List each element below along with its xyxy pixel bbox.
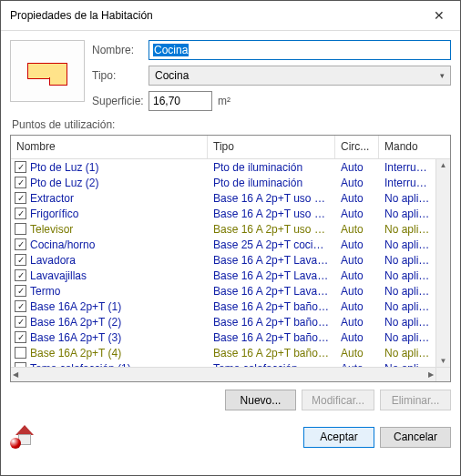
tipo-label: Tipo: — [92, 69, 149, 82]
row-circ: Auto — [335, 208, 379, 220]
table-row[interactable]: TelevisorBase 16 A 2p+T uso gen...AutoNo… — [11, 221, 435, 237]
name-label: Nombre: — [92, 44, 149, 56]
row-name: Base 16A 2p+T (4) — [30, 347, 121, 360]
app-icon — [10, 425, 37, 449]
col-nombre[interactable]: Nombre — [11, 136, 208, 158]
row-checkbox[interactable]: ✓ — [15, 192, 26, 204]
scroll-right-icon: ▶ — [426, 369, 435, 380]
row-circ: Auto — [335, 223, 379, 236]
horizontal-scrollbar[interactable]: ◀ ▶ — [11, 367, 435, 381]
row-checkbox[interactable]: ✓ — [15, 238, 26, 250]
row-checkbox[interactable]: ✓ — [15, 254, 26, 266]
close-button[interactable]: ✕ — [425, 6, 453, 25]
row-checkbox[interactable]: ✓ — [15, 208, 26, 219]
col-mando[interactable]: Mando — [379, 136, 450, 158]
table-row[interactable]: ✓LavadoraBase 16 A 2p+T Lavador...AutoNo… — [11, 252, 435, 268]
row-name: Lavadora — [30, 254, 76, 267]
vertical-scrollbar[interactable]: ▲ ▼ — [435, 159, 450, 367]
row-checkbox[interactable]: ✓ — [15, 177, 26, 188]
form-grid: Nombre: Cocina Tipo: Cocina ▾ Superficie… — [92, 40, 451, 111]
table-buttons: Nuevo... Modificar... Eliminar... — [10, 390, 451, 410]
row-circ: Auto — [335, 300, 379, 313]
scroll-left-icon: ◀ — [11, 369, 20, 380]
table-row[interactable]: ✓TermoBase 16 A 2p+T Lavador...AutoNo ap… — [11, 283, 435, 299]
row-checkbox[interactable]: ✓ — [15, 269, 26, 281]
modificar-button: Modificar... — [302, 390, 374, 410]
row-name: Extractor — [30, 192, 74, 205]
row-name: Base 16A 2p+T (2) — [30, 316, 121, 329]
row-mando: No aplicable — [379, 238, 435, 251]
row-mando: No aplicable — [379, 223, 435, 236]
row-mando: No aplicable — [379, 254, 435, 267]
col-tipo[interactable]: Tipo — [208, 136, 335, 158]
row-name: Base 16A 2p+T (1) — [30, 300, 121, 313]
row-circ: Auto — [335, 192, 379, 205]
aceptar-button[interactable]: Aceptar — [303, 427, 374, 448]
titlebar: Propiedades de la Habitación ✕ — [1, 1, 460, 31]
row-circ: Auto — [335, 161, 379, 174]
table-row[interactable]: Base 16A 2p+T (4)Base 16 A 2p+T baño / .… — [11, 345, 435, 360]
row-tipo: Base 16 A 2p+T baño / ... — [208, 347, 335, 360]
row-mando: No aplicable — [379, 208, 435, 220]
row-name: Cocina/horno — [30, 238, 95, 251]
tipo-select[interactable]: Cocina ▾ — [149, 66, 451, 86]
row-name: Base 16A 2p+T (3) — [30, 331, 121, 344]
row-name: Pto de Luz (2) — [30, 177, 98, 189]
chevron-down-icon: ▾ — [440, 71, 445, 80]
row-mando: Interruptor — [379, 177, 435, 189]
close-icon: ✕ — [434, 8, 445, 23]
table-row[interactable]: ✓ExtractorBase 16 A 2p+T uso gen...AutoN… — [11, 190, 435, 206]
name-input[interactable]: Cocina — [149, 40, 451, 60]
section-label: Puntos de utilización: — [12, 118, 451, 131]
table-row[interactable]: ✓FrigoríficoBase 16 A 2p+T uso gen...Aut… — [11, 206, 435, 221]
table-row[interactable]: Toma calefacción (1)Toma calefacciónAuto… — [11, 360, 435, 367]
row-checkbox[interactable]: ✓ — [15, 300, 26, 312]
row-tipo: Pto de iluminación — [208, 161, 335, 174]
row-checkbox[interactable]: ✓ — [15, 331, 26, 343]
row-checkbox[interactable]: ✓ — [15, 316, 26, 328]
tipo-value: Cocina — [155, 69, 189, 82]
table-row[interactable]: ✓LavavajillasBase 16 A 2p+T Lavador...Au… — [11, 268, 435, 283]
row-checkbox[interactable] — [15, 223, 26, 235]
table-row[interactable]: ✓Cocina/hornoBase 25 A 2p+T cocina /...A… — [11, 237, 435, 252]
nuevo-button[interactable]: Nuevo... — [225, 390, 296, 410]
scroll-down-icon: ▼ — [438, 355, 449, 367]
surface-input[interactable]: 16,70 — [149, 91, 212, 111]
row-mando: Interruptor — [379, 161, 435, 174]
row-checkbox[interactable]: ✓ — [15, 161, 26, 173]
row-circ: Auto — [335, 254, 379, 267]
table-row[interactable]: ✓Base 16A 2p+T (3)Base 16 A 2p+T baño / … — [11, 329, 435, 345]
table-row[interactable]: ✓Pto de Luz (1)Pto de iluminaciónAutoInt… — [11, 159, 435, 175]
footer: Aceptar Cancelar — [1, 416, 460, 458]
surface-value: 16,70 — [153, 95, 180, 107]
room-thumbnail — [10, 40, 85, 102]
cancelar-button[interactable]: Cancelar — [380, 427, 451, 448]
row-name: Televisor — [30, 223, 73, 236]
surface-label: Superficie: — [92, 95, 149, 107]
name-value: Cocina — [153, 44, 189, 56]
row-tipo: Base 16 A 2p+T uso gen... — [208, 208, 335, 220]
table-row[interactable]: ✓Base 16A 2p+T (1)Base 16 A 2p+T baño / … — [11, 299, 435, 314]
row-circ: Auto — [335, 331, 379, 344]
row-name: Pto de Luz (1) — [30, 161, 98, 174]
row-name: Lavavajillas — [30, 269, 87, 282]
scrollbar-corner — [435, 367, 450, 381]
row-tipo: Base 16 A 2p+T baño / ... — [208, 300, 335, 313]
row-tipo: Base 16 A 2p+T Lavador... — [208, 254, 335, 267]
row-tipo: Base 16 A 2p+T Lavador... — [208, 269, 335, 282]
row-checkbox[interactable] — [15, 347, 26, 359]
row-name: Termo — [30, 285, 60, 298]
row-tipo: Base 16 A 2p+T baño / ... — [208, 331, 335, 344]
row-circ: Auto — [335, 269, 379, 282]
table-row[interactable]: ✓Base 16A 2p+T (2)Base 16 A 2p+T baño / … — [11, 314, 435, 329]
form-area: Nombre: Cocina Tipo: Cocina ▾ Superficie… — [10, 40, 451, 111]
table-header: Nombre Tipo Circ... Mando — [11, 136, 450, 159]
row-circ: Auto — [335, 238, 379, 251]
row-mando: No aplicable — [379, 269, 435, 282]
row-checkbox[interactable]: ✓ — [15, 285, 26, 297]
col-circ[interactable]: Circ... — [335, 136, 379, 158]
table-body: ✓Pto de Luz (1)Pto de iluminaciónAutoInt… — [11, 159, 435, 367]
eliminar-button: Eliminar... — [380, 390, 451, 410]
table-row[interactable]: ✓Pto de Luz (2)Pto de iluminaciónAutoInt… — [11, 175, 435, 190]
window-title: Propiedades de la Habitación — [10, 9, 153, 22]
